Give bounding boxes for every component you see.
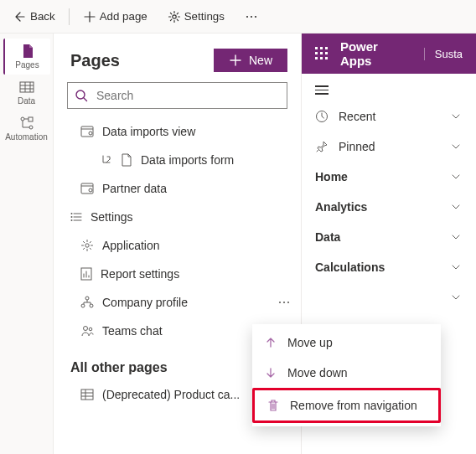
tree-item-company-profile[interactable]: Company profile bbox=[54, 288, 301, 317]
tree-label: Company profile bbox=[102, 296, 264, 309]
nav-item-blank[interactable] bbox=[302, 282, 476, 312]
svg-point-2 bbox=[251, 15, 252, 17]
svg-point-13 bbox=[71, 213, 73, 214]
nav-item-recent[interactable]: Recent bbox=[302, 101, 476, 132]
panel-header: Pages New bbox=[54, 34, 301, 82]
table-icon bbox=[80, 389, 94, 400]
gear-icon bbox=[168, 10, 181, 23]
ctx-label: Move down bbox=[287, 366, 348, 379]
tree-item-data-imports-form[interactable]: Data imports form bbox=[54, 146, 301, 174]
nav-item-analytics[interactable]: Analytics bbox=[302, 192, 476, 222]
svg-point-6 bbox=[29, 126, 33, 129]
back-label: Back bbox=[30, 10, 55, 23]
nav-item-calculations[interactable]: Calculations bbox=[302, 252, 476, 282]
pin-icon bbox=[315, 140, 329, 153]
svg-point-3 bbox=[255, 15, 256, 17]
plus-icon bbox=[229, 54, 242, 67]
svg-point-20 bbox=[90, 304, 93, 307]
back-button[interactable]: Back bbox=[7, 7, 62, 27]
svg-point-25 bbox=[89, 328, 92, 331]
tree-label: Report settings bbox=[101, 267, 301, 281]
rail-item-automation[interactable]: Automation bbox=[3, 111, 50, 147]
tree-label: Application bbox=[102, 239, 301, 252]
nav-item-pinned[interactable]: Pinned bbox=[302, 132, 476, 162]
rail-label-pages: Pages bbox=[15, 60, 39, 70]
nav-item-data[interactable]: Data bbox=[302, 222, 476, 252]
ctx-move-down[interactable]: Move down bbox=[252, 358, 441, 388]
nav-label: Home bbox=[315, 170, 348, 183]
overflow-button[interactable] bbox=[238, 7, 265, 27]
rail-label-data: Data bbox=[18, 96, 35, 106]
divider bbox=[69, 8, 70, 25]
svg-point-0 bbox=[173, 14, 176, 18]
chevron-down-icon bbox=[451, 232, 461, 242]
tree-label: Data imports form bbox=[141, 153, 301, 167]
tree-group-settings[interactable]: Settings bbox=[54, 203, 301, 231]
tree-item-report-settings[interactable]: Report settings bbox=[54, 260, 301, 288]
org-icon bbox=[80, 296, 94, 309]
ctx-move-up[interactable]: Move up bbox=[252, 328, 441, 358]
tree-item-data-imports-view[interactable]: Data imports view bbox=[54, 117, 301, 146]
ctx-label: Remove from navigation bbox=[290, 399, 417, 412]
chevron-down-icon bbox=[451, 142, 461, 152]
more-icon bbox=[245, 10, 258, 23]
search-box[interactable] bbox=[67, 82, 287, 109]
svg-point-18 bbox=[85, 297, 89, 300]
rail-item-pages[interactable]: Pages bbox=[3, 39, 50, 75]
tree-label: Settings bbox=[91, 210, 301, 224]
command-bar: Back Add page Settings bbox=[0, 0, 476, 34]
svg-point-12 bbox=[89, 188, 92, 192]
rail-item-data[interactable]: Data bbox=[3, 75, 50, 111]
settings-label: Settings bbox=[184, 10, 225, 23]
left-rail: Pages Data Automation bbox=[0, 34, 54, 454]
ctx-remove-from-navigation[interactable]: Remove from navigation bbox=[252, 388, 441, 423]
gear-icon bbox=[80, 239, 94, 252]
tree-label: Partner data bbox=[102, 182, 301, 195]
svg-point-15 bbox=[71, 219, 73, 221]
new-label: New bbox=[249, 54, 272, 67]
app-header: Power Apps Susta bbox=[302, 34, 476, 74]
hamburger-button[interactable] bbox=[302, 74, 476, 101]
page-icon bbox=[20, 44, 35, 59]
app-title: Power Apps bbox=[340, 39, 412, 68]
svg-point-24 bbox=[84, 327, 88, 331]
chevron-down-icon bbox=[451, 202, 461, 212]
tree-item-application[interactable]: Application bbox=[54, 231, 301, 260]
nav-item-home[interactable]: Home bbox=[302, 162, 476, 192]
arrow-up-icon bbox=[264, 336, 277, 349]
arrow-left-icon bbox=[13, 10, 27, 23]
search-input[interactable] bbox=[95, 88, 280, 103]
svg-rect-26 bbox=[81, 390, 93, 400]
svg-rect-4 bbox=[20, 82, 34, 92]
list-icon bbox=[70, 212, 82, 222]
svg-point-8 bbox=[76, 90, 85, 99]
tree-item-partner-data[interactable]: Partner data bbox=[54, 174, 301, 203]
svg-point-19 bbox=[81, 304, 85, 307]
nav-label: Pinned bbox=[339, 140, 375, 153]
svg-point-5 bbox=[21, 117, 24, 121]
trash-icon bbox=[266, 399, 280, 412]
svg-point-1 bbox=[246, 15, 248, 17]
ctx-label: Move up bbox=[287, 336, 333, 349]
svg-point-16 bbox=[85, 244, 89, 247]
table-icon bbox=[19, 80, 34, 95]
chevron-down-icon bbox=[451, 172, 461, 182]
app-subtitle: Susta bbox=[424, 48, 463, 60]
tree-label: Data imports view bbox=[102, 125, 301, 138]
add-page-label: Add page bbox=[100, 10, 147, 23]
context-menu: Move up Move down Remove from navigation bbox=[252, 324, 441, 426]
nav-label: Analytics bbox=[315, 200, 367, 214]
svg-point-23 bbox=[287, 302, 289, 303]
settings-button[interactable]: Settings bbox=[161, 7, 231, 27]
chevron-down-icon bbox=[451, 262, 461, 272]
svg-point-21 bbox=[279, 302, 281, 303]
link-icon bbox=[102, 155, 112, 165]
new-button[interactable]: New bbox=[214, 49, 287, 72]
chevron-down-icon bbox=[451, 111, 461, 121]
flow-icon bbox=[19, 116, 34, 131]
tree-item-more-button[interactable] bbox=[272, 291, 296, 314]
waffle-icon[interactable] bbox=[315, 47, 329, 60]
svg-point-22 bbox=[283, 302, 285, 303]
report-icon bbox=[80, 267, 92, 281]
add-page-button[interactable]: Add page bbox=[76, 7, 154, 27]
